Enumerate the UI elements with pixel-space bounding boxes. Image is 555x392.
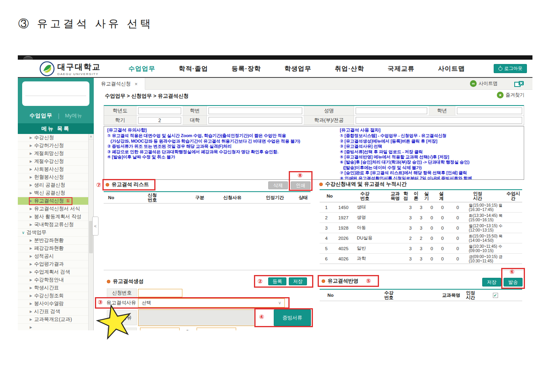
sidebar-item[interactable]: 검색업무: [18, 229, 88, 237]
enrollment-header: No수강 번호교과목명학 점이 론실 기설 계인정 시간수업시간: [320, 190, 522, 202]
nav-item[interactable]: 등록·장학: [232, 65, 261, 73]
sidebar-item[interactable]: 유고결석신청서 서식: [18, 205, 88, 213]
sidebar-item[interactable]: 수업계획서 검색: [18, 268, 88, 276]
sidebar-item[interactable]: 생리 공결신청: [18, 181, 88, 189]
sidebar-item[interactable]: 분반강좌현황: [18, 237, 88, 245]
notice-line: ⑧ 인쇄된 유고결석확인서를 신청일로부터 7일 이내에 증빙서류와 함께: [340, 176, 523, 180]
calendar-icon[interactable]: ▦: [173, 330, 177, 331]
enrollment-row[interactable]: 6 4026 과학 3 3 0 0 0 금(09:00~10:15) 금(10:…: [320, 254, 522, 264]
nav-item[interactable]: 사이트맵: [438, 65, 465, 73]
close-all-tabs-icon[interactable]: [514, 81, 525, 87]
cell-practice: 0: [426, 202, 437, 212]
arrow-icon: [30, 247, 32, 250]
college-input[interactable]: [208, 117, 302, 124]
cell-credit: 3: [405, 243, 416, 253]
save-button[interactable]: 저장: [289, 277, 307, 285]
send-button[interactable]: 발송: [504, 278, 523, 286]
nav-item[interactable]: 취업·산학: [335, 65, 364, 73]
sidebar-item[interactable]: 유고결석신청 ①: [18, 197, 88, 205]
sidebar-item[interactable]: [18, 324, 88, 330]
dept-input[interactable]: [356, 117, 522, 124]
arrow-icon: [30, 207, 32, 211]
sidebar-item[interactable]: 계절수강신청: [18, 158, 88, 166]
sitemap-button[interactable]: m 사이트맵: [470, 80, 498, 87]
sidebar-item[interactable]: 학생시간표: [18, 284, 88, 292]
enrollment-row[interactable]: 4 2026 DU실용 2 2 0 0 0 화(15:00~15:50) 목(1…: [320, 233, 522, 243]
favorite-button[interactable]: ★ 즐겨찾기: [497, 92, 525, 98]
sidebar-tab-work[interactable]: 수업업무: [30, 112, 53, 119]
app-header: 대구대학교 DAEGU UNIVERSITY 수업업무 학적·졸업 등록·장학 …: [18, 60, 532, 78]
sidebar-item[interactable]: 봉사 활동계획서 작성: [18, 213, 88, 221]
sidebar-collapse-button[interactable]: <: [92, 217, 98, 236]
column-header: 교과목명: [436, 290, 466, 301]
nav-item[interactable]: 국제교류: [388, 65, 415, 73]
application-no-label: 신청번호: [107, 288, 137, 298]
logout-button[interactable]: 로그아웃: [494, 64, 527, 73]
check-column: ✔: [475, 290, 515, 301]
tab-absence-application[interactable]: 유고결석신청 ×: [94, 78, 145, 90]
sidebar-item[interactable]: 수강신청조회: [18, 292, 88, 300]
enrollment-row[interactable]: 1 1450 생태 3 3 0 0 0 월(15:00~16:15) 월(16:…: [320, 202, 522, 213]
arrow-icon: [30, 144, 32, 147]
sidebar-item[interactable]: 성적공시: [18, 253, 88, 260]
cell-theory: 3: [416, 254, 426, 264]
sidebar-item[interactable]: 국내학점교류신청: [18, 221, 88, 229]
sidebar-tab-mymenu[interactable]: My메뉴: [65, 112, 82, 119]
cell-course-code: 1928: [333, 223, 354, 233]
scroll-up-icon[interactable]: ∧: [89, 134, 93, 139]
sidebar-item[interactable]: 수강허가신청: [18, 142, 88, 150]
arrow-icon: [30, 239, 32, 242]
annotation-4: ④: [259, 313, 264, 320]
application-no-input[interactable]: [138, 289, 182, 297]
sidebar-item[interactable]: 시간표 검색: [18, 308, 88, 316]
cell-design: 0: [437, 223, 448, 233]
bullet-icon: [322, 279, 325, 283]
tab-close-icon[interactable]: ×: [134, 81, 138, 87]
sidebar-item[interactable]: 사회봉사신청: [18, 166, 88, 173]
grade-input[interactable]: [457, 107, 522, 114]
arrow-icon: [30, 191, 32, 195]
nav-item[interactable]: 학생업무: [284, 65, 311, 73]
select-all-checkbox[interactable]: ✔: [493, 293, 498, 298]
nav-item[interactable]: 수업업무: [129, 65, 155, 73]
selected-reason-value: 선택: [142, 300, 151, 306]
annotation-8: ⑧: [297, 172, 303, 179]
sidebar-item[interactable]: 폐강강좌현황: [18, 245, 88, 253]
university-logo[interactable]: 대구대학교 DAEGU UNIVERSITY: [40, 61, 101, 76]
period-end-input[interactable]: ▦: [197, 328, 236, 330]
cell-course-code: 1927: [333, 213, 354, 222]
sidebar-item[interactable]: 수강학점안내: [18, 276, 88, 284]
enrollment-row[interactable]: 2 1927 생명 3 3 0 0 0 화(13:30~14:45) 목(15:…: [320, 213, 522, 223]
studentno-input[interactable]: [208, 107, 302, 114]
annotation-5: ⑤: [366, 277, 371, 285]
bullet-icon: [319, 183, 323, 186]
sidebar-item[interactable]: 계절희망신청: [18, 150, 88, 158]
sidebar-item[interactable]: 수업평가결과: [18, 260, 88, 268]
period-start-input[interactable]: ▦: [140, 328, 180, 330]
semester-input[interactable]: [138, 117, 181, 124]
cell-theory: 3: [416, 243, 426, 253]
apply-save-button[interactable]: 저장: [482, 278, 501, 286]
print-button[interactable]: 인쇄: [291, 181, 311, 189]
application-detail-input[interactable]: [138, 309, 255, 326]
sidebar-item[interactable]: 수강신청: [18, 134, 88, 142]
arrow-icon: [30, 168, 32, 171]
enrollment-row[interactable]: 5 4025 일반 3 3 0 0 0 월(10:30~11:45) 수(09:…: [320, 243, 522, 254]
calendar-icon[interactable]: ▦: [230, 330, 233, 331]
sidebar-item[interactable]: 헌혈봉사신청: [18, 173, 88, 181]
nav-item[interactable]: 학적·졸업: [179, 65, 208, 73]
absence-reason-select[interactable]: 선택 ∨: [138, 298, 285, 307]
dept-label: 학과(부)/전공: [304, 116, 354, 125]
sidebar-item[interactable]: 교과목개요(교과): [18, 316, 88, 324]
evidence-button[interactable]: 증빙서류: [274, 309, 311, 326]
year-input[interactable]: [138, 107, 181, 114]
cell-credit: 3: [405, 202, 416, 212]
delete-button[interactable]: 삭제: [268, 181, 288, 189]
sidebar-item[interactable]: 백신 공결신청: [18, 189, 88, 197]
register-button[interactable]: 등록: [268, 277, 286, 285]
sidebar-item[interactable]: 봉사이수열람: [18, 300, 88, 308]
cell-practice: 0: [426, 243, 437, 253]
name-input[interactable]: [356, 107, 427, 114]
enrollment-row[interactable]: 3 1928 아동 3 3 0 0 0 월(12:00~13:15) 수(12:…: [320, 223, 522, 233]
cell-design: 0: [437, 202, 448, 212]
